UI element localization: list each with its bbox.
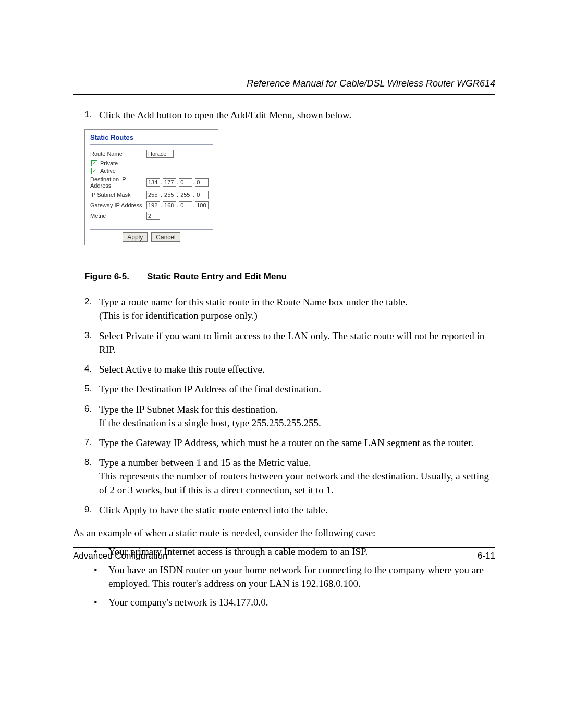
- step-6: 6.Type the IP Subnet Mask for this desti…: [84, 403, 495, 430]
- panel-title: Static Routes: [85, 130, 218, 144]
- gw-octet-4[interactable]: 100: [195, 201, 209, 209]
- step-5: 5.Type the Destination IP Address of the…: [84, 382, 495, 396]
- route-name-label: Route Name: [90, 151, 146, 157]
- private-checkbox[interactable]: ✓ Private: [91, 160, 213, 166]
- header-divider: [73, 94, 495, 95]
- bullet-dot-icon: •: [94, 596, 108, 609]
- mask-label: IP Subnet Mask: [90, 192, 146, 198]
- apply-button[interactable]: Apply: [123, 232, 148, 242]
- checkbox-checked-icon: ✓: [91, 160, 97, 166]
- gw-octet-1[interactable]: 192: [146, 201, 160, 209]
- checkbox-checked-icon: ✓: [91, 168, 97, 174]
- cancel-button[interactable]: Cancel: [151, 232, 180, 242]
- step-num: 2.: [84, 295, 99, 323]
- active-label: Active: [100, 168, 116, 174]
- step-text: Type the IP Subnet Mask for this destina…: [99, 403, 495, 430]
- step-text: Click Apply to have the static route ent…: [99, 503, 495, 517]
- step-num: 3.: [84, 329, 99, 356]
- step-text: Type a route name for this static route …: [99, 295, 495, 323]
- bullet-dot-icon: •: [94, 563, 108, 590]
- manual-page: Reference Manual for Cable/DSL Wireless …: [0, 0, 563, 728]
- step-2: 2.Type a route name for this static rout…: [84, 295, 495, 323]
- example-intro: As an example of when a static route is …: [73, 526, 495, 540]
- step-9: 9.Click Apply to have the static route e…: [84, 503, 495, 517]
- step-text: Type the Destination IP Address of the f…: [99, 382, 495, 396]
- dest-ip-octet-4[interactable]: 0: [195, 178, 209, 187]
- step-text: Click the Add button to open the Add/Edi…: [99, 108, 495, 122]
- step-text: Select Private if you want to limit acce…: [99, 329, 495, 356]
- step-text: Select Active to make this route effecti…: [99, 363, 495, 376]
- route-name-input[interactable]: Horace: [146, 150, 174, 158]
- step-num: 4.: [84, 363, 99, 376]
- step-num: 9.: [84, 503, 99, 517]
- step-7: 7.Type the Gateway IP Address, which mus…: [84, 436, 495, 450]
- mask-octet-3[interactable]: 255: [179, 191, 192, 199]
- step-4: 4.Select Active to make this route effec…: [84, 363, 495, 376]
- step-num: 5.: [84, 382, 99, 396]
- step-num: 1.: [84, 108, 99, 122]
- panel-footer: Apply Cancel: [90, 229, 213, 245]
- dest-ip-octet-2[interactable]: 177: [163, 178, 176, 187]
- step-text: Type the Gateway IP Address, which must …: [99, 436, 495, 450]
- bullet-text: Your company's network is 134.177.0.0.: [108, 596, 495, 609]
- mask-octet-4[interactable]: 0: [195, 191, 209, 199]
- static-routes-panel: Static Routes Route Name Horace ✓ Privat…: [84, 129, 218, 245]
- figure-text: Static Route Entry and Edit Menu: [147, 272, 287, 281]
- metric-label: Metric: [90, 213, 146, 219]
- panel-divider-top: [90, 144, 213, 145]
- dest-ip-label: Destination IP Address: [90, 176, 146, 189]
- step-8: 8.Type a number between 1 and 15 as the …: [84, 456, 495, 497]
- gw-label: Gateway IP Address: [90, 202, 146, 208]
- mask-octet-1[interactable]: 255: [146, 191, 160, 199]
- footer-left: Advanced Configuration: [73, 551, 167, 561]
- page-footer: Advanced Configuration 6-11: [73, 547, 495, 561]
- figure-caption: Figure 6-5.Static Route Entry and Edit M…: [84, 272, 495, 282]
- gw-octet-3[interactable]: 0: [179, 201, 192, 209]
- bullet-item: •Your company's network is 134.177.0.0.: [94, 596, 495, 609]
- dest-ip-octet-1[interactable]: 134: [146, 178, 160, 187]
- bullet-item: •You have an ISDN router on your home ne…: [94, 563, 495, 590]
- step-num: 7.: [84, 436, 99, 450]
- step-3: 3.Select Private if you want to limit ac…: [84, 329, 495, 356]
- footer-right: 6-11: [478, 551, 495, 561]
- page-header-title: Reference Manual for Cable/DSL Wireless …: [73, 78, 495, 89]
- gw-octet-2[interactable]: 168: [163, 201, 176, 209]
- mask-octet-2[interactable]: 255: [163, 191, 176, 199]
- figure-number: Figure 6-5.: [84, 272, 129, 281]
- step-1: 1. Click the Add button to open the Add/…: [84, 108, 495, 122]
- bullet-text: You have an ISDN router on your home net…: [108, 563, 495, 590]
- step-num: 8.: [84, 456, 99, 497]
- dest-ip-octet-3[interactable]: 0: [179, 178, 192, 187]
- step-list-before: 1. Click the Add button to open the Add/…: [73, 108, 495, 122]
- step-num: 6.: [84, 403, 99, 430]
- metric-input[interactable]: 2: [146, 212, 160, 220]
- active-checkbox[interactable]: ✓ Active: [91, 168, 213, 174]
- step-list-after: 2.Type a route name for this static rout…: [73, 295, 495, 517]
- private-label: Private: [100, 160, 118, 166]
- step-text: Type a number between 1 and 15 as the Me…: [99, 456, 495, 497]
